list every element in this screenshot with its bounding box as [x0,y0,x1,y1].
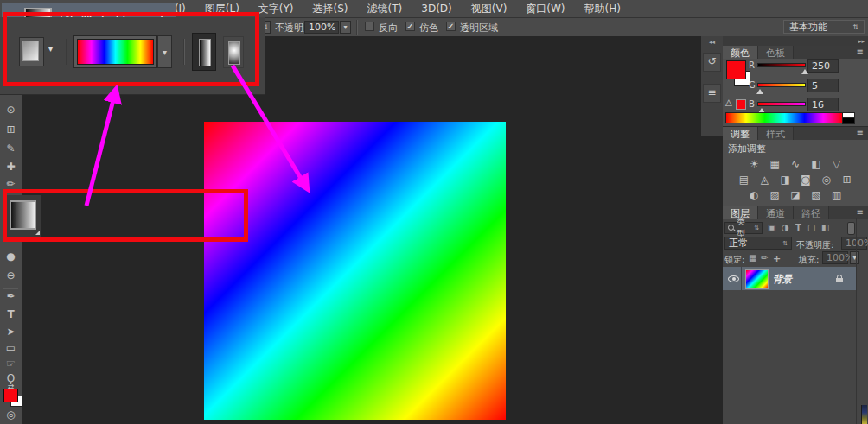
panel-menu-icon[interactable]: ≡ [857,127,868,140]
adjustment-row-2: ▤ ◬ ◨ ◙ ◎ ⊞ [723,174,868,186]
blend-mode-select[interactable]: 正常 ⇅ [724,237,792,250]
annotation-box-options [3,12,259,86]
layer-row-background[interactable]: 背景 [723,267,856,290]
selective-color-icon[interactable]: ▧ [807,189,825,201]
black-swatch[interactable] [842,117,855,124]
updown-icon: ⇅ [852,23,858,31]
blue-value-field[interactable]: 16 [807,98,839,111]
divider [356,20,358,35]
type-tool-icon[interactable]: T [0,308,22,320]
layers-panel: 图层 通道 路径 ≡ 类型 ⇅ ▣ ◑ T ▢ ◧ 正常 ⇅ 不透明度: 100… [723,206,868,424]
vibrance-icon[interactable]: ▽ [828,158,846,170]
levels-icon[interactable]: ▦ [766,158,783,170]
layer-lock-icon [836,275,843,282]
dither-label: 仿色 [419,22,438,35]
filter-kind-type-icon[interactable]: T [795,223,801,232]
green-slider[interactable] [757,83,806,87]
dither-checkbox[interactable]: ✓ [405,22,415,31]
red-value-field[interactable]: 250 [807,59,839,73]
collapse-dock-icon[interactable]: ◂◂ [701,36,723,46]
green-value-field[interactable]: 5 [807,79,839,92]
posterize-icon[interactable]: ▨ [766,189,783,201]
filter-toggle-switch[interactable] [847,222,855,235]
tab-adjustments[interactable]: 调整 [723,127,758,140]
brightness-contrast-icon[interactable]: ☀ [745,158,763,170]
menu-filter[interactable]: 滤镜(T) [358,2,412,16]
invert-icon[interactable]: ◐ [745,189,763,201]
color-lookup-icon[interactable]: ⊞ [839,174,856,186]
pen-tool-icon[interactable]: ✒ [0,290,22,302]
layer-thumbnail[interactable] [745,269,769,289]
fill-value[interactable]: 100% [822,251,848,264]
menu-window[interactable]: 窗口(W) [516,2,574,16]
filter-kind-smart-icon[interactable]: ◧ [821,223,829,232]
reverse-checkbox[interactable] [365,22,374,31]
exposure-icon[interactable]: ◧ [807,158,825,170]
color-spectrum-ramp[interactable] [725,112,844,123]
color-balance-icon[interactable]: ◬ [756,174,773,186]
filter-kind-image-icon[interactable]: ▣ [768,223,775,232]
threshold-icon[interactable]: ◪ [787,189,804,201]
opacity-value[interactable]: 100% [304,21,339,34]
background-image-sliver [861,405,867,424]
add-adjustment-title: 添加调整 [723,140,868,155]
opacity-dropdown-button[interactable]: ▾ [340,21,351,34]
green-slider-thumb[interactable] [756,89,763,94]
panel-menu-icon[interactable]: ≡ [857,46,868,59]
fill-dropdown-button[interactable]: ▾ [850,251,859,264]
photo-filter-icon[interactable]: ◙ [797,174,814,186]
layer-opacity-value[interactable]: 100% [841,237,867,250]
transparency-checkbox[interactable]: ✓ [446,22,456,31]
foreground-color-swatch[interactable] [3,389,18,402]
channel-mixer-icon[interactable]: ◎ [818,174,835,186]
quick-selection-tool-icon[interactable]: ⊙ [0,104,22,116]
panel-menu-icon[interactable]: ≡ [857,206,868,219]
eyedropper-tool-icon[interactable]: ✎ [0,142,22,155]
menu-select[interactable]: 选择(S) [303,2,358,16]
panel-group-header: ▸▸ [723,36,868,46]
filter-kind-adjustment-icon[interactable]: ◑ [782,223,789,232]
gamut-swatch[interactable] [736,99,746,110]
healing-brush-tool-icon[interactable]: ✚ [0,161,22,173]
layer-visibility-eye-icon[interactable] [728,275,739,282]
blue-slider[interactable] [757,102,806,106]
document-canvas[interactable] [204,122,506,420]
tab-swatches[interactable]: 色板 [758,46,794,59]
tab-color[interactable]: 颜色 [723,46,758,59]
menu-view[interactable]: 视图(V) [462,2,517,16]
gradient-map-icon[interactable]: ▥ [828,189,846,201]
red-slider[interactable] [757,63,806,67]
lock-label: 锁定: [724,254,744,266]
menu-help[interactable]: 帮助(H) [575,2,630,16]
quick-mask-icon[interactable]: ◎ [0,408,22,421]
adjustments-panel-tabs: 调整 样式 ≡ [723,127,868,140]
curves-icon[interactable]: ∿ [787,158,804,170]
adjustment-row-3: ◐ ▨ ◪ ▧ ▥ [723,189,868,201]
layer-name[interactable]: 背景 [773,273,792,286]
adjustment-row-1: ☀ ▦ ∿ ◧ ▽ [723,158,868,170]
dodge-tool-icon[interactable]: ⊖ [0,269,22,282]
shape-tool-icon[interactable]: ▭ [0,342,22,354]
tab-channels[interactable]: 通道 [758,206,794,219]
expand-dock-icon[interactable]: ▸▸ [858,38,865,45]
lock-transparency-icon[interactable]: ▦ [749,253,756,263]
history-panel-icon[interactable]: ↺ [703,53,721,72]
hue-saturation-icon[interactable]: ▤ [735,174,752,186]
filter-kind-shape-icon[interactable]: ▢ [807,223,815,232]
path-selection-tool-icon[interactable]: ➤ [0,326,22,338]
workspace-switcher[interactable]: 基本功能 ⇅ [783,20,865,34]
foreground-color-swatch[interactable] [726,60,746,79]
brush-tool-icon[interactable]: ✏ [0,178,22,190]
menu-3d[interactable]: 3D(D) [412,3,461,15]
properties-panel-icon[interactable]: ≡ [703,84,721,103]
gamut-warning-icon[interactable]: △ [725,98,732,107]
crop-tool-icon[interactable]: ⊞ [0,123,22,136]
hand-tool-icon[interactable]: ☞ [0,358,22,370]
tab-styles[interactable]: 样式 [758,127,794,140]
blur-tool-icon[interactable]: ● [0,250,22,263]
lock-position-icon[interactable]: + [773,253,781,264]
black-white-icon[interactable]: ◨ [776,174,794,186]
tab-paths[interactable]: 路径 [794,206,829,219]
layer-filter-select[interactable]: 类型 ⇅ [724,222,763,234]
lock-pixels-icon[interactable]: ✏ [761,253,768,263]
